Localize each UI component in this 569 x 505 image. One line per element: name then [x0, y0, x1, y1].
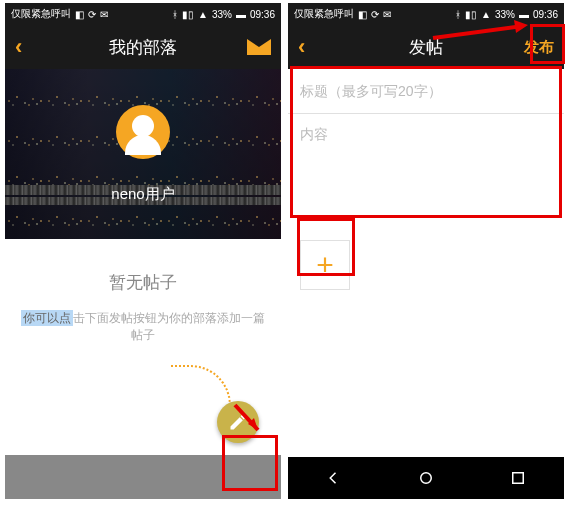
status-bar: 仅限紧急呼叫 ◧ ⟳ ✉ ᚼ ▮▯ ▲ 33% ▬ 09:36	[5, 3, 281, 25]
nav-recent-icon[interactable]	[509, 469, 527, 487]
header: ‹ 发帖 发布	[288, 25, 564, 69]
status-time: 09:36	[250, 9, 275, 20]
battery-pct: 33%	[212, 9, 232, 20]
wifi-icon: ▲	[481, 9, 491, 20]
compose-icon	[228, 412, 248, 432]
status-time: 09:36	[533, 9, 558, 20]
title-input[interactable]	[288, 69, 564, 114]
screen-my-tribe: 仅限紧急呼叫 ◧ ⟳ ✉ ᚼ ▮▯ ▲ 33% ▬ 09:36 ‹ 我的部落 n…	[5, 3, 281, 499]
compose-fab[interactable]	[217, 401, 259, 443]
svg-rect-1	[513, 473, 524, 484]
content-input[interactable]	[288, 114, 564, 228]
bt-icon: ᚼ	[455, 9, 461, 20]
page-title: 我的部落	[109, 36, 177, 59]
sync-icon: ⟳	[88, 9, 96, 20]
bottom-bar	[5, 455, 281, 499]
status-carrier: 仅限紧急呼叫	[11, 7, 71, 21]
status-carrier: 仅限紧急呼叫	[294, 7, 354, 21]
mail-icon[interactable]	[247, 39, 271, 55]
battery-icon: ▬	[236, 9, 246, 20]
nav-home-icon[interactable]	[417, 469, 435, 487]
compose-form	[288, 69, 564, 232]
page-title: 发帖	[409, 36, 443, 59]
signal-icon: ▮▯	[465, 9, 477, 20]
empty-title: 暂无帖子	[17, 271, 269, 294]
add-attachment-button[interactable]: +	[300, 240, 350, 290]
nfc-icon: ◧	[358, 9, 367, 20]
publish-button[interactable]: 发布	[524, 38, 554, 57]
screen-compose: 仅限紧急呼叫 ◧ ⟳ ✉ ᚼ ▮▯ ▲ 33% ▬ 09:36 ‹ 发帖 发布 …	[288, 3, 564, 499]
empty-state: 暂无帖子 你可以点击下面发帖按钮为你的部落添加一篇帖子	[5, 239, 281, 455]
msg-icon: ✉	[383, 9, 391, 20]
back-icon[interactable]: ‹	[298, 34, 305, 60]
signal-icon: ▮▯	[182, 9, 194, 20]
nfc-icon: ◧	[75, 9, 84, 20]
battery-pct: 33%	[495, 9, 515, 20]
bt-icon: ᚼ	[172, 9, 178, 20]
profile-hero: neno用户	[5, 69, 281, 239]
back-icon[interactable]: ‹	[15, 34, 22, 60]
username-label: neno用户	[111, 185, 174, 204]
empty-subtitle: 你可以点击下面发帖按钮为你的部落添加一篇帖子	[17, 310, 269, 344]
msg-icon: ✉	[100, 9, 108, 20]
svg-point-0	[421, 473, 432, 484]
header: ‹ 我的部落	[5, 25, 281, 69]
wifi-icon: ▲	[198, 9, 208, 20]
sync-icon: ⟳	[371, 9, 379, 20]
status-bar: 仅限紧急呼叫 ◧ ⟳ ✉ ᚼ ▮▯ ▲ 33% ▬ 09:36	[288, 3, 564, 25]
avatar[interactable]	[116, 105, 170, 159]
empty-sub-rest: 击下面发帖按钮为你的部落添加一篇帖子	[73, 311, 265, 342]
android-nav-bar	[288, 457, 564, 499]
battery-icon: ▬	[519, 9, 529, 20]
nav-back-icon[interactable]	[325, 469, 343, 487]
highlight-text: 你可以点	[21, 310, 73, 326]
